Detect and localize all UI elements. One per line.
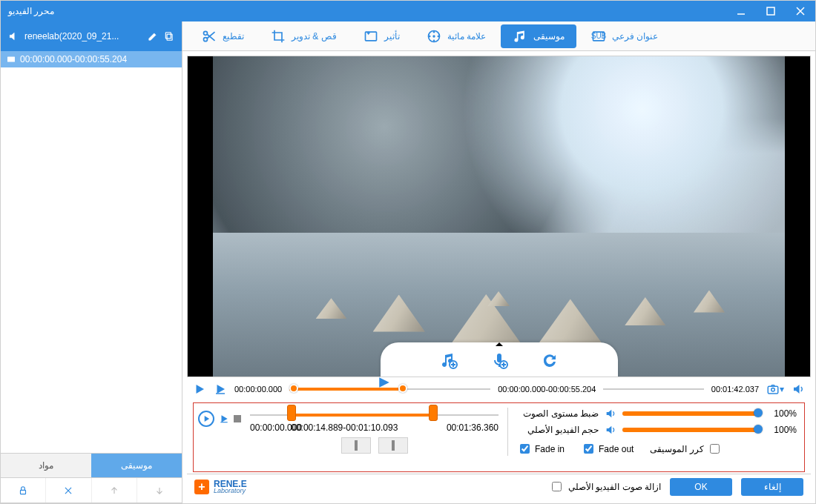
delete-button[interactable]: [46, 478, 91, 503]
tooltab-cut[interactable]: تقطيع: [190, 24, 256, 48]
svg-rect-0: [767, 7, 774, 15]
remove-original-audio-checkbox[interactable]: ازالة صوت الفيديو الأصلي: [549, 480, 661, 494]
svg-rect-2: [165, 33, 171, 39]
tooltab-effect[interactable]: تأثير: [352, 24, 412, 48]
music-stop-button[interactable]: [234, 415, 241, 422]
sidebar-header: reneelab(2020_09_21...: [1, 21, 182, 51]
marker-icon: [378, 376, 391, 389]
subtitle-icon: SUB: [591, 29, 606, 44]
svg-point-9: [432, 35, 435, 37]
tooltab-subtitle[interactable]: SUB عنوان فرعي: [579, 24, 670, 48]
svg-point-20: [771, 388, 775, 392]
music-icon: [513, 29, 527, 44]
svg-rect-22: [392, 440, 395, 451]
original-volume-value: 100%: [764, 425, 797, 435]
preview-tray: [381, 342, 618, 377]
tab-materials[interactable]: مواد: [1, 454, 91, 477]
move-up-button[interactable]: [92, 478, 137, 503]
titlebar: محرر الفيديو: [1, 1, 815, 21]
volume-label: ضبط مستوى الصوت: [517, 408, 599, 419]
music-time-segment: 00:00:14.889-00:01:10.093: [291, 422, 398, 433]
svg-point-6: [204, 37, 208, 41]
ok-button[interactable]: OK: [670, 478, 732, 496]
record-audio-button[interactable]: [490, 351, 508, 369]
play-button[interactable]: [193, 382, 206, 396]
repeat-music-checkbox[interactable]: كرر الموسيقى: [650, 442, 721, 456]
music-time-total: 00:01:36.360: [447, 422, 499, 433]
preview-timeline: 00:00:00.000 00:00:00.000-00:00:55.204 0…: [187, 377, 811, 401]
svg-point-10: [432, 30, 435, 33]
play-range-button[interactable]: [214, 382, 227, 396]
music-editor-panel: 00:00:00.000 00:00:14.889-00:01:10.093 0…: [193, 402, 805, 472]
scissors-icon: [202, 29, 217, 44]
clip-item[interactable]: 00:00:00.000-00:00:55.204: [1, 51, 182, 67]
cancel-button[interactable]: إلغاء: [741, 478, 803, 496]
time-start: 00:00:00.000: [234, 385, 282, 394]
sparkle-icon: [363, 29, 378, 44]
sidebar-tabs: مواد موسيقى: [1, 453, 182, 478]
speaker-icon: [605, 408, 616, 420]
svg-rect-3: [7, 57, 15, 62]
music-play-button[interactable]: [198, 411, 214, 427]
svg-text:SUB: SUB: [591, 32, 606, 40]
tooltab-watermark[interactable]: علامة مائية: [415, 24, 498, 48]
window-title: محرر الفيديو: [8, 6, 54, 16]
copy-icon[interactable]: [164, 31, 174, 42]
tooltab-music[interactable]: موسيقى: [501, 24, 576, 48]
svg-point-5: [204, 31, 208, 35]
maximize-button[interactable]: [756, 1, 786, 21]
tab-music[interactable]: موسيقى: [91, 454, 182, 477]
music-play-range-button[interactable]: [219, 414, 229, 424]
svg-point-11: [432, 39, 435, 42]
svg-rect-4: [21, 490, 26, 494]
speaker-icon: [605, 424, 616, 436]
snapshot-button[interactable]: ▾: [766, 382, 784, 396]
film-icon: [427, 29, 441, 44]
mark-in-button[interactable]: [341, 437, 371, 454]
svg-point-12: [429, 35, 431, 37]
brand-logo: + RENE.E Laboratory: [194, 479, 247, 494]
original-volume-slider[interactable]: [622, 428, 758, 432]
speaker-icon: [8, 31, 19, 42]
svg-rect-1: [167, 34, 172, 40]
footer: + RENE.E Laboratory ازالة صوت الفيديو ال…: [187, 474, 811, 499]
original-volume-label: حجم الفيديو الأصلي: [517, 425, 599, 435]
time-total: 00:01:42.037: [711, 385, 759, 394]
clip-range-label: 00:00:00.000-00:00:55.204: [20, 54, 127, 64]
close-button[interactable]: [786, 1, 815, 21]
minimize-button[interactable]: [726, 1, 756, 21]
video-icon: [7, 55, 16, 64]
svg-rect-19: [768, 386, 778, 394]
lock-button[interactable]: [1, 478, 46, 503]
refresh-button[interactable]: [541, 351, 559, 369]
seek-slider-right[interactable]: [603, 386, 703, 392]
volume-button[interactable]: [792, 382, 805, 396]
current-file-name: reneelab(2020_09_21...: [24, 31, 142, 42]
sidebar: reneelab(2020_09_21... 00:00:00.000-00:0…: [1, 21, 182, 503]
music-track-slider[interactable]: [250, 412, 499, 418]
edit-icon[interactable]: [148, 31, 158, 42]
time-segment: 00:00:00.000-00:00:55.204: [498, 385, 596, 394]
music-volume-value: 100%: [764, 408, 797, 419]
svg-point-13: [437, 35, 439, 37]
video-preview: [187, 56, 811, 377]
svg-rect-17: [497, 354, 501, 362]
fade-in-checkbox[interactable]: Fade in: [517, 442, 565, 456]
svg-rect-21: [355, 440, 358, 451]
tool-tabs: تقطيع قص & تدوير تأثير علامة مائية موسيق…: [182, 21, 815, 51]
plus-icon: +: [194, 480, 209, 494]
move-down-button[interactable]: [137, 478, 182, 503]
fade-out-checkbox[interactable]: Fade out: [581, 442, 634, 456]
crop-icon: [271, 29, 286, 44]
add-music-button[interactable]: [440, 351, 458, 369]
seek-slider[interactable]: [289, 386, 490, 392]
music-volume-slider[interactable]: [622, 411, 758, 416]
mark-out-button[interactable]: [378, 437, 408, 454]
tooltab-crop-rotate[interactable]: قص & تدوير: [259, 24, 349, 48]
